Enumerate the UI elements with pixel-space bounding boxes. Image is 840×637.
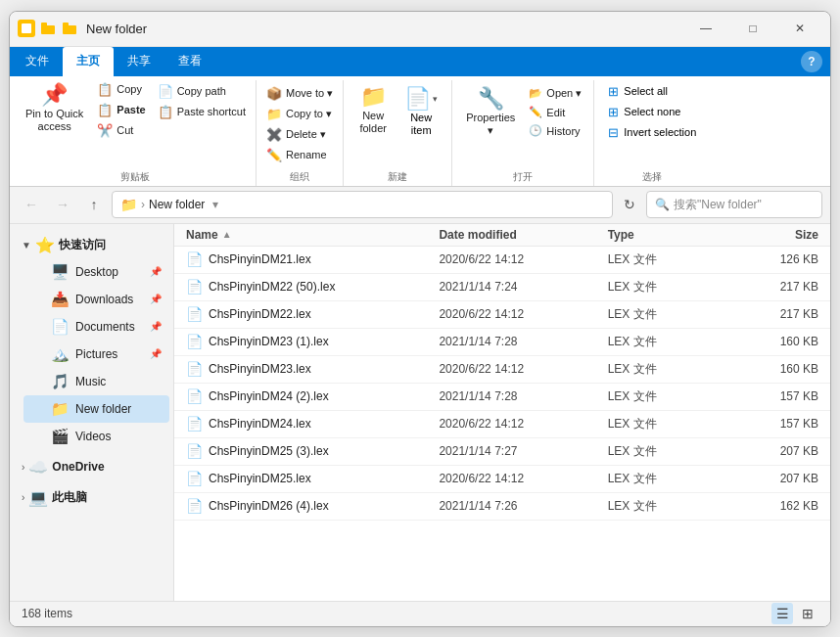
organize-label: 组织	[262, 168, 337, 186]
sidebar-item-new-folder[interactable]: 📁 New folder	[23, 395, 169, 423]
move-to-button[interactable]: 📦 Move to ▾	[262, 84, 337, 103]
table-row[interactable]: 📄 ChsPinyinDM26 (4).lex 2021/1/14 7:26 L…	[174, 493, 830, 521]
paste-shortcut-button[interactable]: 📋 Paste shortcut	[154, 103, 250, 121]
paste-shortcut-icon: 📋	[158, 105, 173, 119]
search-bar[interactable]: 🔍 搜索"New folder"	[646, 191, 822, 218]
title-icon-3	[61, 20, 78, 37]
table-row[interactable]: 📄 ChsPinyinDM23.lex 2020/6/22 14:12 LEX …	[174, 356, 830, 384]
invert-selection-button[interactable]: ⊟ Invert selection	[604, 123, 700, 142]
large-icons-view-button[interactable]: ⊞	[797, 603, 818, 624]
pin-indicator-pic: 📌	[150, 348, 162, 359]
copy-to-button[interactable]: 📁 Copy to ▾	[262, 105, 336, 123]
col-date[interactable]: Date modified	[439, 228, 607, 242]
breadcrumb-bar[interactable]: 📁 › New folder ▾	[112, 191, 613, 218]
sidebar-item-videos[interactable]: 🎬 Videos	[23, 423, 169, 450]
history-button[interactable]: 🕒 History	[525, 122, 585, 139]
open-label: 打开	[458, 168, 587, 186]
copy-button[interactable]: 📋 Copy	[93, 80, 149, 99]
file-list: Name ▲ Date modified Type Size 📄 ChsPiny…	[174, 224, 830, 601]
help-button[interactable]: ?	[801, 51, 822, 72]
svg-rect-4	[63, 23, 69, 27]
up-button[interactable]: ↑	[80, 191, 108, 218]
paste-button[interactable]: 📋 Paste	[93, 101, 149, 119]
ribbon-toolbar: 📌 Pin to Quickaccess 📋 Copy 📋 Paste ✂️ C…	[10, 76, 830, 187]
sidebar-item-downloads[interactable]: 📥 Downloads 📌	[23, 286, 169, 313]
table-row[interactable]: 📄 ChsPinyinDM22.lex 2020/6/22 14:12 LEX …	[174, 301, 830, 329]
rename-button[interactable]: ✏️ Rename	[262, 146, 331, 164]
file-icon: 📄	[186, 361, 203, 377]
open-button[interactable]: 📂 Open ▾	[525, 85, 585, 102]
table-row[interactable]: 📄 ChsPinyinDM21.lex 2020/6/22 14:12 LEX …	[174, 247, 830, 274]
select-label: 选择	[600, 168, 704, 186]
forward-button[interactable]: →	[49, 191, 76, 218]
minimize-button[interactable]: —	[683, 13, 728, 44]
select-all-icon: ⊞	[608, 84, 619, 99]
table-row[interactable]: 📄 ChsPinyinDM25 (3).lex 2021/1/14 7:27 L…	[174, 438, 830, 466]
tab-home[interactable]: 主页	[63, 47, 114, 76]
open-items: 🔧 Properties▾ 📂 Open ▾ ✏️ Edit	[458, 80, 587, 168]
sidebar-section-quick-access: ▼ ⭐ 快速访问 🖥️ Desktop 📌 📥 Downloads 📌	[10, 232, 173, 450]
col-type[interactable]: Type	[608, 228, 734, 242]
onedrive-icon: ☁️	[28, 458, 48, 477]
col-name[interactable]: Name ▲	[186, 228, 439, 242]
properties-icon: 🔧	[478, 88, 504, 110]
table-row[interactable]: 📄 ChsPinyinDM24 (2).lex 2021/1/14 7:28 L…	[174, 384, 830, 411]
close-button[interactable]: ✕	[777, 13, 822, 44]
new-folder-icon: 📁	[360, 86, 387, 108]
pin-to-quick-access-button[interactable]: 📌 Pin to Quickaccess	[20, 80, 89, 137]
sidebar-section-thispc: › 💻 此电脑	[10, 484, 173, 511]
table-row[interactable]: 📄 ChsPinyinDM24.lex 2020/6/22 14:12 LEX …	[174, 411, 830, 438]
maximize-button[interactable]: □	[730, 13, 775, 44]
clipboard-label: 剪贴板	[20, 168, 250, 186]
documents-icon: 📄	[51, 318, 70, 336]
pin-indicator-dl: 📌	[150, 294, 162, 304]
titlebar: New folder — □ ✕	[10, 12, 830, 47]
thispc-header[interactable]: › 💻 此电脑	[14, 484, 169, 511]
quick-access-header[interactable]: ▼ ⭐ 快速访问	[14, 232, 169, 258]
quick-access-items: 🖥️ Desktop 📌 📥 Downloads 📌 📄 Documents 📌	[10, 258, 173, 450]
select-none-button[interactable]: ⊞ Select none	[604, 103, 700, 121]
select-none-icon: ⊞	[608, 105, 619, 119]
ribbon-group-clipboard: 📌 Pin to Quickaccess 📋 Copy 📋 Paste ✂️ C…	[14, 80, 257, 186]
breadcrumb-separator: ›	[141, 198, 145, 211]
sidebar-item-desktop[interactable]: 🖥️ Desktop 📌	[23, 258, 169, 286]
table-row[interactable]: 📄 ChsPinyinDM25.lex 2020/6/22 14:12 LEX …	[174, 466, 830, 493]
cut-button[interactable]: ✂️ Cut	[93, 121, 149, 140]
tab-file[interactable]: 文件	[12, 47, 63, 76]
refresh-button[interactable]: ↻	[617, 192, 642, 217]
table-row[interactable]: 📄 ChsPinyinDM23 (1).lex 2021/1/14 7:28 L…	[174, 329, 830, 356]
sidebar-item-pictures[interactable]: 🏔️ Pictures 📌	[23, 341, 169, 368]
history-icon: 🕒	[529, 124, 542, 137]
organize-items: 📦 Move to ▾ 📁 Copy to ▾ ✖️ Delete ▾ ✏️ R…	[262, 80, 337, 168]
back-button[interactable]: ←	[18, 191, 45, 218]
copy-icon: 📋	[97, 82, 113, 97]
sidebar-item-documents[interactable]: 📄 Documents 📌	[23, 313, 169, 341]
file-list-header: Name ▲ Date modified Type Size	[174, 224, 830, 247]
file-name-cell: 📄 ChsPinyinDM23.lex	[186, 361, 439, 377]
table-row[interactable]: 📄 ChsPinyinDM22 (50).lex 2021/1/14 7:24 …	[174, 274, 830, 301]
sidebar-item-music[interactable]: 🎵 Music	[23, 368, 169, 395]
file-name-cell: 📄 ChsPinyinDM26 (4).lex	[186, 498, 439, 514]
ribbon-group-new: 📁 Newfolder 📄 ▾ Newitem 新建	[344, 80, 452, 186]
details-view-button[interactable]: ☰	[771, 603, 793, 624]
properties-button[interactable]: 🔧 Properties▾	[460, 84, 521, 141]
onedrive-header[interactable]: › ☁️ OneDrive	[14, 454, 169, 480]
paste-icon: 📋	[97, 103, 113, 117]
file-icon: 📄	[186, 251, 203, 267]
copy-path-button[interactable]: 📄 Copy path	[154, 82, 250, 101]
new-item-button[interactable]: 📄 ▾ Newitem	[398, 82, 443, 141]
delete-button[interactable]: ✖️ Delete ▾	[262, 125, 330, 144]
downloads-icon: 📥	[51, 291, 70, 308]
file-rows-container: 📄 ChsPinyinDM21.lex 2020/6/22 14:12 LEX …	[174, 247, 830, 521]
col-size[interactable]: Size	[734, 228, 818, 242]
pin-indicator: 📌	[150, 266, 162, 277]
select-all-button[interactable]: ⊞ Select all	[604, 82, 700, 101]
tab-view[interactable]: 查看	[164, 47, 215, 76]
edit-button[interactable]: ✏️ Edit	[525, 104, 585, 120]
invert-icon: ⊟	[608, 125, 619, 140]
tab-share[interactable]: 共享	[114, 47, 164, 76]
new-folder-button[interactable]: 📁 Newfolder	[351, 82, 395, 139]
copy-folder-icon: 📁	[266, 107, 282, 121]
ribbon-group-open: 🔧 Properties▾ 📂 Open ▾ ✏️ Edit	[452, 80, 594, 186]
ribbon-group-organize: 📦 Move to ▾ 📁 Copy to ▾ ✖️ Delete ▾ ✏️ R…	[257, 80, 344, 186]
